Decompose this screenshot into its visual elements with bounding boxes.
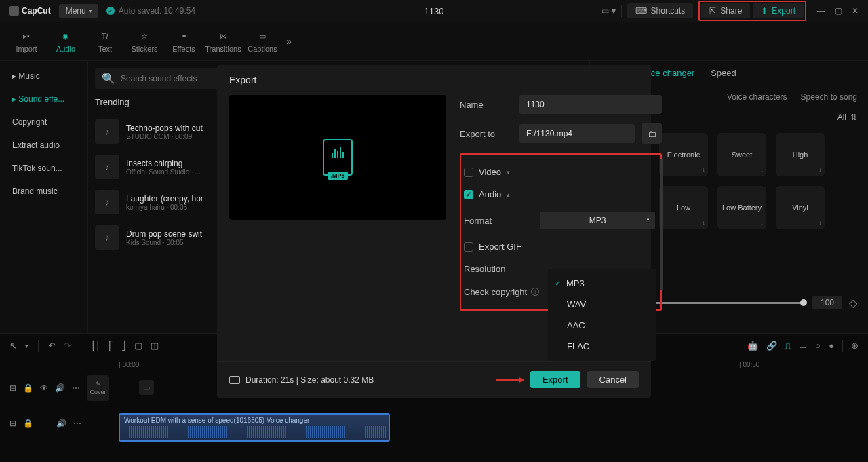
- sidebar-item-copyright[interactable]: Copyright: [5, 113, 82, 132]
- trim-left-icon[interactable]: ⎡: [108, 341, 113, 351]
- dropdown-item-mp3[interactable]: MP3: [548, 273, 656, 294]
- delete-icon[interactable]: ▢: [134, 341, 142, 351]
- pin-icon[interactable]: ⊟: [9, 419, 16, 428]
- voice-tile[interactable]: Electronic↓: [659, 133, 708, 176]
- video-checkbox[interactable]: [464, 168, 473, 177]
- voice-tile[interactable]: Vinyl↓: [776, 186, 825, 229]
- download-icon: ↓: [702, 219, 705, 227]
- preview-icon[interactable]: ▭: [799, 341, 807, 351]
- export-confirm-button[interactable]: Export: [530, 371, 580, 388]
- subtab-voicecharacters[interactable]: Voice characters: [727, 92, 787, 102]
- film-icon: [229, 376, 240, 384]
- volume-icon[interactable]: 🔊: [56, 419, 66, 428]
- audio-track-header: ⊟ 🔒 🔊 ⋯: [0, 406, 119, 441]
- eye-icon[interactable]: 👁: [40, 383, 48, 393]
- cover-badge[interactable]: ✎ Cover: [87, 375, 109, 401]
- export-modal: Export .MP3 Name Export to 🗀: [217, 65, 651, 398]
- undo-icon[interactable]: ↶: [48, 341, 56, 351]
- audio-checkbox[interactable]: [464, 190, 473, 199]
- cancel-button[interactable]: Cancel: [587, 371, 639, 388]
- more-icon[interactable]: ⋯: [73, 419, 81, 428]
- text-icon: T𝐼: [98, 30, 112, 43]
- voice-tile[interactable]: High↓: [776, 133, 825, 176]
- cursor-icon[interactable]: ↖: [9, 341, 17, 351]
- music-note-icon: ♪: [95, 155, 119, 179]
- voice-tile[interactable]: Low Battery↓: [717, 186, 766, 229]
- info-icon[interactable]: i: [531, 288, 539, 296]
- inspector-tab-speed[interactable]: Speed: [711, 68, 736, 78]
- shortcuts-button[interactable]: ⌨ Shortcuts: [627, 3, 694, 18]
- voice-tile[interactable]: Sweet↓: [717, 133, 766, 176]
- waveform: [123, 426, 386, 438]
- magnet-icon[interactable]: ⎍: [785, 341, 791, 351]
- scrollbar[interactable]: [660, 159, 663, 290]
- sidebar-item-brandmusic[interactable]: Brand music: [5, 182, 82, 201]
- filter-all[interactable]: All: [837, 113, 846, 122]
- aspect-ratio-icon[interactable]: ▭ ▾: [601, 6, 615, 16]
- tab-import[interactable]: ▸▪Import: [7, 30, 46, 53]
- add-track-icon[interactable]: ⊕: [851, 341, 859, 351]
- tab-stickers[interactable]: ☆Stickers: [125, 30, 164, 53]
- copyright-label: Check copyright: [464, 287, 527, 297]
- app-logo: CapCut: [9, 6, 51, 16]
- name-label: Name: [460, 100, 513, 110]
- lock-icon[interactable]: 🔒: [23, 419, 33, 428]
- audio-icon: ◉: [59, 30, 73, 43]
- captions-icon: ▭: [256, 30, 269, 43]
- transitions-icon: ⋈: [216, 30, 230, 43]
- music-note-icon: ♪: [95, 190, 119, 214]
- chevron-down-icon[interactable]: ▾: [25, 343, 28, 349]
- music-note-icon: ♪: [95, 225, 119, 250]
- robot-icon[interactable]: 🤖: [747, 341, 758, 351]
- dropdown-item-wav[interactable]: WAV: [548, 294, 656, 315]
- mute-icon[interactable]: ○: [815, 341, 821, 351]
- minimize-icon[interactable]: —: [817, 6, 825, 16]
- sidebar-item-tiktoksound[interactable]: TikTok soun...: [5, 159, 82, 178]
- link-icon[interactable]: 🔗: [766, 341, 777, 351]
- dropdown-item-flac[interactable]: FLAC: [548, 336, 656, 357]
- more-tabs-icon[interactable]: »: [286, 36, 292, 47]
- check-icon: ✓: [106, 7, 115, 15]
- filter-icon[interactable]: ⇅: [850, 113, 857, 122]
- tab-text[interactable]: T𝐼Text: [85, 30, 125, 53]
- mic-icon[interactable]: ●: [829, 341, 834, 351]
- exportgif-checkbox[interactable]: [464, 242, 473, 252]
- redo-icon[interactable]: ↷: [64, 341, 71, 351]
- format-select[interactable]: MP3 ˄: [540, 212, 655, 229]
- export-button-top[interactable]: ⬆ Export: [753, 3, 804, 18]
- download-icon: ↓: [702, 166, 705, 174]
- video-placeholder-icon[interactable]: ▭: [139, 380, 154, 395]
- audio-clip[interactable]: Workout EDM with a sense of speed(101650…: [119, 413, 390, 442]
- reset-icon[interactable]: ◇: [849, 296, 857, 309]
- browse-folder-button[interactable]: 🗀: [642, 123, 662, 144]
- volume-icon[interactable]: 🔊: [55, 383, 65, 393]
- close-icon[interactable]: ✕: [852, 6, 859, 16]
- stickers-icon: ☆: [138, 30, 151, 43]
- highlight-annotation-settings: Video ▾ Audio ▴ Format MP3 ˄: [460, 153, 662, 311]
- crop-icon[interactable]: ◫: [151, 341, 159, 351]
- name-input[interactable]: [519, 95, 662, 114]
- chevron-up-icon[interactable]: ▴: [507, 191, 510, 198]
- sidebar-item-music[interactable]: ▸ Music: [5, 66, 82, 85]
- lock-icon[interactable]: 🔒: [23, 383, 33, 393]
- folder-icon: 🗀: [648, 129, 656, 139]
- share-button[interactable]: ⇱ Share: [701, 3, 750, 18]
- split-icon[interactable]: ⎮⎮: [91, 341, 100, 351]
- maximize-icon[interactable]: ▢: [835, 6, 842, 16]
- chevron-down-icon[interactable]: ▾: [507, 169, 510, 176]
- pin-icon[interactable]: ⊟: [9, 383, 16, 393]
- exportto-input[interactable]: [519, 124, 635, 143]
- sidebar-item-extractaudio[interactable]: Extract audio: [5, 136, 82, 155]
- trim-right-icon[interactable]: ⎦: [121, 341, 126, 351]
- menu-button[interactable]: Menu ▾: [59, 4, 98, 18]
- tab-captions[interactable]: ▭Captions: [243, 30, 282, 53]
- tab-effects[interactable]: ✦Effects: [164, 30, 203, 53]
- tab-transitions[interactable]: ⋈Transitions: [203, 30, 243, 53]
- sidebar-item-soundeffects[interactable]: ▸ Sound effe...: [5, 90, 82, 109]
- tab-audio[interactable]: ◉Audio: [46, 30, 85, 53]
- more-icon[interactable]: ⋯: [72, 383, 80, 393]
- voice-tile[interactable]: Low↓: [659, 186, 708, 229]
- subtab-speechtosong[interactable]: Speech to song: [801, 92, 857, 102]
- dropdown-item-aac[interactable]: AAC: [548, 315, 656, 336]
- topbar: CapCut Menu ▾ ✓ Auto saved: 10:49:54 113…: [0, 0, 868, 22]
